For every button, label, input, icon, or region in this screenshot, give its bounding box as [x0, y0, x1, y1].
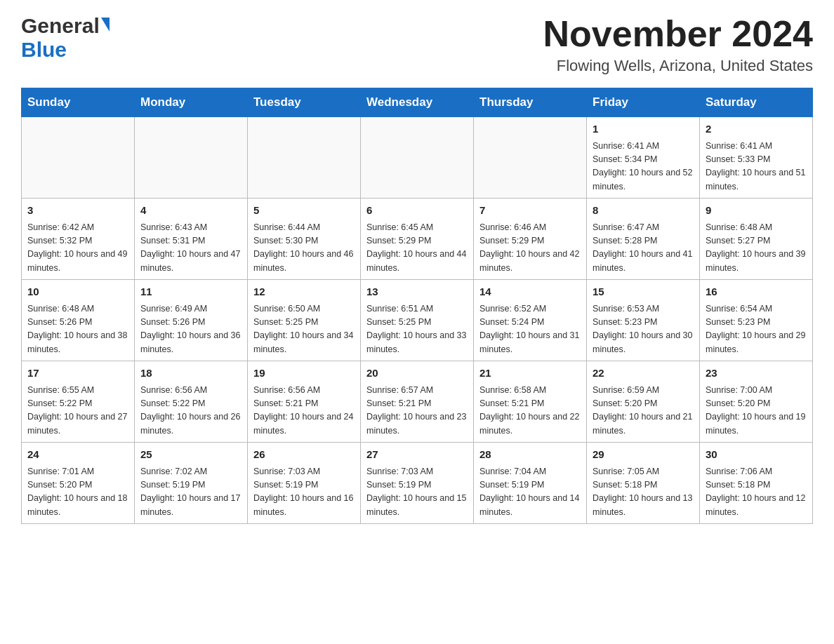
day-number: 1 — [593, 121, 694, 137]
weekday-header-friday: Friday — [587, 88, 700, 117]
day-number: 7 — [479, 203, 581, 219]
calendar-cell: 22Sunrise: 6:59 AM Sunset: 5:20 PM Dayli… — [587, 361, 700, 443]
calendar-cell: 29Sunrise: 7:05 AM Sunset: 5:18 PM Dayli… — [587, 443, 700, 524]
calendar-cell: 15Sunrise: 6:53 AM Sunset: 5:23 PM Dayli… — [587, 280, 700, 361]
day-info: Sunrise: 6:44 AM Sunset: 5:30 PM Dayligh… — [253, 221, 355, 276]
day-info: Sunrise: 6:49 AM Sunset: 5:26 PM Dayligh… — [140, 302, 241, 357]
day-info: Sunrise: 6:56 AM Sunset: 5:21 PM Dayligh… — [253, 384, 355, 438]
calendar-week-row: 10Sunrise: 6:48 AM Sunset: 5:26 PM Dayli… — [22, 280, 813, 361]
day-info: Sunrise: 6:45 AM Sunset: 5:29 PM Dayligh… — [366, 221, 468, 276]
day-number: 29 — [593, 447, 694, 463]
day-info: Sunrise: 7:05 AM Sunset: 5:18 PM Dayligh… — [593, 465, 694, 520]
day-info: Sunrise: 6:46 AM Sunset: 5:29 PM Dayligh… — [479, 221, 581, 276]
calendar-cell: 5Sunrise: 6:44 AM Sunset: 5:30 PM Daylig… — [248, 199, 361, 280]
title-area: November 2024 Flowing Wells, Arizona, Un… — [543, 14, 813, 75]
day-number: 28 — [479, 447, 581, 463]
day-info: Sunrise: 7:01 AM Sunset: 5:20 PM Dayligh… — [27, 465, 128, 520]
day-info: Sunrise: 7:06 AM Sunset: 5:18 PM Dayligh… — [706, 465, 807, 520]
logo-general-text: General — [21, 14, 100, 38]
weekday-header-wednesday: Wednesday — [361, 88, 474, 117]
calendar-cell: 3Sunrise: 6:42 AM Sunset: 5:32 PM Daylig… — [22, 199, 135, 280]
day-number: 22 — [593, 365, 694, 382]
day-number: 16 — [706, 284, 807, 300]
calendar-cell: 4Sunrise: 6:43 AM Sunset: 5:31 PM Daylig… — [135, 199, 248, 280]
header: General Blue November 2024 Flowing Wells… — [21, 14, 813, 75]
calendar-cell: 2Sunrise: 6:41 AM Sunset: 5:33 PM Daylig… — [700, 117, 813, 199]
calendar-cell: 10Sunrise: 6:48 AM Sunset: 5:26 PM Dayli… — [22, 280, 135, 361]
calendar-cell: 18Sunrise: 6:56 AM Sunset: 5:22 PM Dayli… — [135, 361, 248, 443]
calendar-cell: 21Sunrise: 6:58 AM Sunset: 5:21 PM Dayli… — [474, 361, 587, 443]
weekday-header-monday: Monday — [135, 88, 248, 117]
day-number: 13 — [366, 284, 468, 300]
day-info: Sunrise: 7:03 AM Sunset: 5:19 PM Dayligh… — [253, 465, 355, 520]
calendar-cell: 25Sunrise: 7:02 AM Sunset: 5:19 PM Dayli… — [135, 443, 248, 524]
weekday-header-saturday: Saturday — [700, 88, 813, 117]
day-number: 6 — [366, 203, 468, 219]
weekday-header-thursday: Thursday — [474, 88, 587, 117]
day-number: 23 — [706, 365, 807, 382]
calendar-cell: 30Sunrise: 7:06 AM Sunset: 5:18 PM Dayli… — [700, 443, 813, 524]
calendar-cell: 19Sunrise: 6:56 AM Sunset: 5:21 PM Dayli… — [248, 361, 361, 443]
calendar-cell: 12Sunrise: 6:50 AM Sunset: 5:25 PM Dayli… — [248, 280, 361, 361]
calendar-cell — [135, 117, 248, 199]
day-info: Sunrise: 6:58 AM Sunset: 5:21 PM Dayligh… — [479, 384, 581, 438]
calendar-week-row: 1Sunrise: 6:41 AM Sunset: 5:34 PM Daylig… — [22, 117, 813, 199]
day-info: Sunrise: 6:47 AM Sunset: 5:28 PM Dayligh… — [593, 221, 694, 276]
calendar-cell: 20Sunrise: 6:57 AM Sunset: 5:21 PM Dayli… — [361, 361, 474, 443]
day-number: 27 — [366, 447, 468, 463]
location-title: Flowing Wells, Arizona, United States — [543, 57, 813, 75]
calendar-cell — [361, 117, 474, 199]
calendar-week-row: 24Sunrise: 7:01 AM Sunset: 5:20 PM Dayli… — [22, 443, 813, 524]
weekday-header-sunday: Sunday — [22, 88, 135, 117]
calendar-cell: 11Sunrise: 6:49 AM Sunset: 5:26 PM Dayli… — [135, 280, 248, 361]
day-number: 20 — [366, 365, 468, 382]
day-info: Sunrise: 6:53 AM Sunset: 5:23 PM Dayligh… — [593, 302, 694, 357]
day-number: 3 — [27, 203, 128, 219]
logo: General Blue — [21, 14, 110, 62]
day-info: Sunrise: 6:48 AM Sunset: 5:27 PM Dayligh… — [706, 221, 807, 276]
calendar-cell: 17Sunrise: 6:55 AM Sunset: 5:22 PM Dayli… — [22, 361, 135, 443]
calendar-cell: 13Sunrise: 6:51 AM Sunset: 5:25 PM Dayli… — [361, 280, 474, 361]
calendar-header-row: SundayMondayTuesdayWednesdayThursdayFrid… — [22, 88, 813, 117]
day-info: Sunrise: 7:00 AM Sunset: 5:20 PM Dayligh… — [706, 384, 807, 438]
calendar-cell — [474, 117, 587, 199]
day-number: 4 — [140, 203, 241, 219]
logo-triangle-icon — [101, 18, 110, 32]
day-number: 10 — [27, 284, 128, 300]
day-info: Sunrise: 6:57 AM Sunset: 5:21 PM Dayligh… — [366, 384, 468, 438]
calendar-cell: 14Sunrise: 6:52 AM Sunset: 5:24 PM Dayli… — [474, 280, 587, 361]
day-number: 18 — [140, 365, 241, 382]
calendar-cell: 1Sunrise: 6:41 AM Sunset: 5:34 PM Daylig… — [587, 117, 700, 199]
day-number: 11 — [140, 284, 241, 300]
weekday-header-tuesday: Tuesday — [248, 88, 361, 117]
calendar-cell: 24Sunrise: 7:01 AM Sunset: 5:20 PM Dayli… — [22, 443, 135, 524]
calendar-cell: 9Sunrise: 6:48 AM Sunset: 5:27 PM Daylig… — [700, 199, 813, 280]
calendar-week-row: 3Sunrise: 6:42 AM Sunset: 5:32 PM Daylig… — [22, 199, 813, 280]
day-number: 21 — [479, 365, 581, 382]
day-number: 24 — [27, 447, 128, 463]
calendar-cell: 8Sunrise: 6:47 AM Sunset: 5:28 PM Daylig… — [587, 199, 700, 280]
calendar-cell — [22, 117, 135, 199]
month-title: November 2024 — [543, 14, 813, 54]
calendar-cell: 26Sunrise: 7:03 AM Sunset: 5:19 PM Dayli… — [248, 443, 361, 524]
day-info: Sunrise: 7:02 AM Sunset: 5:19 PM Dayligh… — [140, 465, 241, 520]
day-info: Sunrise: 6:50 AM Sunset: 5:25 PM Dayligh… — [253, 302, 355, 357]
day-info: Sunrise: 6:56 AM Sunset: 5:22 PM Dayligh… — [140, 384, 241, 438]
logo-blue-text: Blue — [21, 38, 67, 61]
day-info: Sunrise: 6:48 AM Sunset: 5:26 PM Dayligh… — [27, 302, 128, 357]
day-info: Sunrise: 6:55 AM Sunset: 5:22 PM Dayligh… — [27, 384, 128, 438]
calendar-cell: 16Sunrise: 6:54 AM Sunset: 5:23 PM Dayli… — [700, 280, 813, 361]
day-number: 17 — [27, 365, 128, 382]
day-number: 8 — [593, 203, 694, 219]
day-info: Sunrise: 6:42 AM Sunset: 5:32 PM Dayligh… — [27, 221, 128, 276]
day-number: 15 — [593, 284, 694, 300]
day-info: Sunrise: 7:03 AM Sunset: 5:19 PM Dayligh… — [366, 465, 468, 520]
day-info: Sunrise: 6:41 AM Sunset: 5:33 PM Dayligh… — [706, 140, 807, 194]
day-info: Sunrise: 6:41 AM Sunset: 5:34 PM Dayligh… — [593, 140, 694, 194]
day-number: 26 — [253, 447, 355, 463]
calendar-week-row: 17Sunrise: 6:55 AM Sunset: 5:22 PM Dayli… — [22, 361, 813, 443]
day-info: Sunrise: 6:59 AM Sunset: 5:20 PM Dayligh… — [593, 384, 694, 438]
day-number: 30 — [706, 447, 807, 463]
day-number: 5 — [253, 203, 355, 219]
day-info: Sunrise: 6:54 AM Sunset: 5:23 PM Dayligh… — [706, 302, 807, 357]
